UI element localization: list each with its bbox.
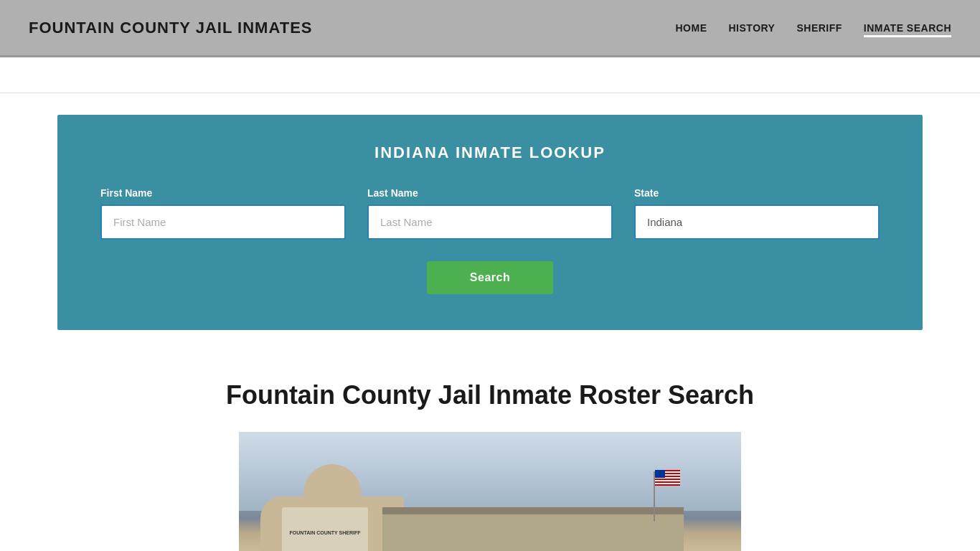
nav-sheriff[interactable]: SHERIFF — [796, 22, 842, 34]
nav-history[interactable]: HISTORY — [729, 22, 776, 34]
last-name-group: Last Name — [367, 187, 613, 240]
american-flag — [655, 470, 680, 486]
roster-title: Fountain County Jail Inmate Roster Searc… — [57, 380, 923, 410]
nav-home[interactable]: HOME — [676, 22, 707, 34]
search-button[interactable]: Search — [427, 261, 553, 294]
state-input[interactable] — [634, 204, 880, 240]
site-title: FOUNTAIN COUNTY JAIL INMATES — [29, 19, 313, 37]
building-side — [382, 514, 684, 551]
search-fields-row: First Name Last Name State — [100, 187, 880, 240]
first-name-label: First Name — [100, 187, 346, 199]
first-name-input[interactable] — [100, 204, 346, 240]
main-nav: HOME HISTORY SHERIFF INMATE SEARCH — [676, 22, 952, 34]
state-label: State — [634, 187, 880, 199]
jail-image-container: FOUNTAIN COUNTY SHERIFF — [57, 432, 923, 551]
last-name-input[interactable] — [367, 204, 613, 240]
roster-section: Fountain County Jail Inmate Roster Searc… — [0, 352, 980, 410]
first-name-group: First Name — [100, 187, 346, 240]
lookup-title: INDIANA INMATE LOOKUP — [100, 143, 880, 162]
sign-text: FOUNTAIN COUNTY SHERIFF — [286, 529, 364, 536]
sub-header-bar — [0, 57, 980, 93]
search-button-row: Search — [100, 261, 880, 294]
state-group: State — [634, 187, 880, 240]
last-name-label: Last Name — [367, 187, 613, 199]
main-content: INDIANA INMATE LOOKUP First Name Last Na… — [0, 115, 980, 551]
inmate-lookup-section: INDIANA INMATE LOOKUP First Name Last Na… — [57, 115, 923, 330]
building-arch — [303, 464, 361, 500]
jail-building-image: FOUNTAIN COUNTY SHERIFF — [239, 432, 741, 551]
nav-inmate-search[interactable]: INMATE SEARCH — [864, 22, 951, 37]
site-header: FOUNTAIN COUNTY JAIL INMATES HOME HISTOR… — [0, 0, 980, 57]
